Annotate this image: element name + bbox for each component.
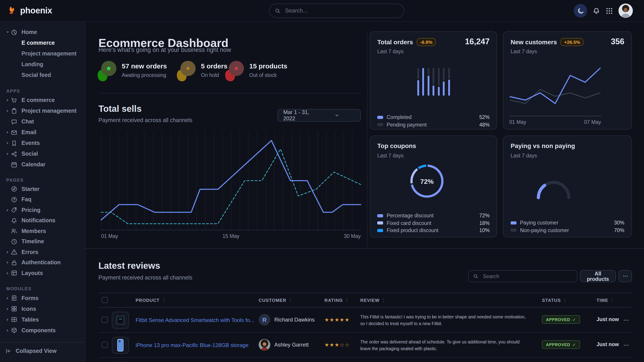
sidebar-item-ecommerce-dashboard[interactable]: E commerce [4,37,82,48]
brand-name: phoenix [20,6,52,16]
reviews-search[interactable] [468,270,577,282]
caret-right-icon [5,307,10,311]
sidebar-item-notifications[interactable]: Notifications [4,215,82,226]
sidebar-item-tables[interactable]: Tables [4,314,82,325]
brand[interactable]: phoenix [7,0,52,21]
caret-right-icon [5,328,10,333]
all-products-button[interactable]: All products [580,270,616,282]
sidebar-item-pricing[interactable]: Pricing [4,205,82,215]
caret-right-icon [5,296,10,300]
product-thumbnail[interactable] [112,312,129,329]
share-icon [11,150,18,157]
legend-row: Fixed card discount 18% [377,219,490,227]
column-header-time[interactable]: TIME [596,293,615,307]
caret-right-icon [5,261,10,265]
cart-icon [11,97,18,103]
product-link[interactable]: iPhone 13 pro max-Pacific Blue-128GB sto… [136,342,248,348]
column-header-product[interactable]: PRODUCT [136,293,166,307]
legend: Percentage discount 72% Fixed card disco… [377,212,490,234]
sidebar-item-landing[interactable]: Landing [4,59,82,70]
question-circle-icon [11,196,18,203]
row-checkbox[interactable] [102,317,108,323]
x-icon [233,65,240,71]
sidebar-item-authentication[interactable]: Authentication [4,257,82,268]
chevron-down-icon [319,113,355,118]
delta-badge: +26.5% [560,38,584,46]
column-header-status[interactable]: STATUS [542,293,567,307]
collapse-sidebar-button[interactable]: Collapsed View [5,345,56,357]
date-range-select[interactable]: Mar 1 - 31, 2022 [278,109,361,122]
sidebar-item-components[interactable]: Components [4,325,82,336]
sidebar-item-members[interactable]: Members [4,226,82,236]
product-link[interactable]: Fitbit Sense Advanced Smartwatch with To… [136,317,254,323]
reviews-more-button[interactable] [618,270,632,282]
sidebar-item-chat[interactable]: Chat [4,116,82,127]
latest-reviews-subtitle: Payment received across all channels [98,275,192,281]
rating-stars: ★★★☆☆ [324,342,350,348]
row-checkbox[interactable] [102,342,108,348]
reviews-search-input[interactable] [482,273,572,279]
sidebar-item-project-management-dashboard[interactable]: Project management [4,48,82,59]
row-menu-icon[interactable] [623,317,629,323]
star-icon [106,65,112,71]
pie-chart-icon [11,29,18,35]
column-header-customer[interactable]: CUSTOMER [259,293,293,307]
customer-avatar[interactable]: R [259,314,270,326]
sidebar-item-calendar[interactable]: Calendar [4,159,82,170]
sidebar-item-home[interactable]: Home [4,27,82,37]
collapse-icon [5,348,12,354]
column-header-rating[interactable]: RATING [324,293,349,307]
sidebar-item-email[interactable]: Email [4,127,82,138]
x-axis-line [509,116,601,116]
chat-icon [11,118,18,125]
sidebar-item-events[interactable]: Events [4,138,82,148]
new-customers-chart [509,64,601,107]
column-header-review[interactable]: REVIEW [360,293,386,307]
notifications-button[interactable] [592,7,600,14]
legend-row: Paying customer 30% [511,219,624,227]
apps-menu-button[interactable] [606,7,613,14]
rating-stars: ★★★★★ [324,317,350,323]
user-avatar[interactable] [618,3,633,18]
total-sells-title: Total sells [98,104,142,114]
sidebar-item-apps-ecommerce[interactable]: E commerce [4,95,82,105]
card-period: Last 7 days [511,153,537,158]
product-thumbnail[interactable] [112,337,129,354]
theme-toggle-button[interactable] [574,4,587,17]
review-row-partial [98,358,632,362]
sidebar-item-social-feed[interactable]: Social feed [4,70,82,80]
top-navbar: phoenix [0,0,644,22]
legend-row: Fixed product discount 10% [377,227,490,234]
customer-avatar[interactable] [259,339,270,351]
global-search-input[interactable] [284,7,398,14]
sort-icon [161,298,166,303]
sidebar-item-faq[interactable]: Faq [4,194,82,205]
stat-value: 5 orders [201,62,227,70]
donut-center-value: 72% [410,165,444,198]
sidebar-item-layouts[interactable]: Layouts [4,268,82,278]
stat-caption: On hold [201,72,227,78]
sidebar-item-errors[interactable]: Errors [4,247,82,257]
bookmark-icon [11,140,18,146]
sidebar-item-forms[interactable]: Forms [4,293,82,304]
sidebar-item-social[interactable]: Social [4,148,82,159]
card-title: Top coupons [377,142,416,149]
row-menu-icon[interactable] [623,342,629,348]
sidebar-item-starter[interactable]: Starter [4,184,82,194]
card-value: 16,247 [465,37,490,46]
card-value: 356 [611,37,624,46]
review-text: This Fitbit is fantastic! I was trying t… [360,314,526,327]
sidebar: Home E commerce Project management Landi… [0,21,86,362]
legend-swatch [511,229,516,232]
bell-icon [592,7,600,14]
sort-icon [344,298,349,303]
sidebar-item-icons[interactable]: Icons [4,304,82,314]
sidebar-section-pages: PAGES [4,176,82,184]
global-search[interactable] [269,3,404,18]
caret-right-icon [5,271,10,276]
customer-name: Richard Dawkins [274,317,314,323]
sidebar-item-apps-project-management[interactable]: Project management [4,105,82,116]
select-all-checkbox[interactable] [102,297,108,303]
card-total-orders: Total orders-6.8% 16,247 Last 7 days Com… [370,31,497,130]
sidebar-item-timeline[interactable]: Timeline [4,236,82,247]
